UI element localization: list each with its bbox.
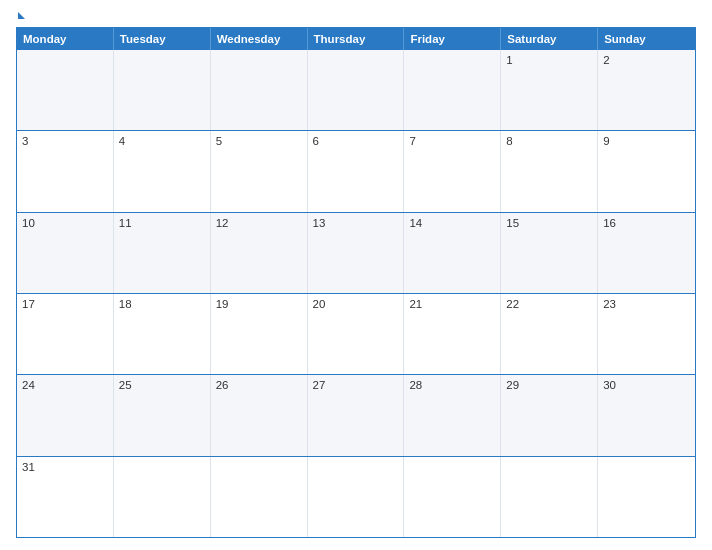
calendar-cell	[114, 50, 211, 130]
calendar-cell: 28	[404, 375, 501, 455]
day-number: 17	[22, 298, 35, 310]
day-number: 27	[313, 379, 326, 391]
calendar-page: Monday Tuesday Wednesday Thursday Friday…	[0, 0, 712, 550]
calendar-cell: 26	[211, 375, 308, 455]
logo-triangle-icon	[18, 12, 25, 19]
day-number: 23	[603, 298, 616, 310]
calendar-cell: 24	[17, 375, 114, 455]
day-number: 7	[409, 135, 415, 147]
calendar-cell: 11	[114, 213, 211, 293]
header-friday: Friday	[404, 28, 501, 50]
calendar-cell: 17	[17, 294, 114, 374]
day-number: 8	[506, 135, 512, 147]
day-number: 26	[216, 379, 229, 391]
day-number: 24	[22, 379, 35, 391]
calendar-cell	[211, 457, 308, 537]
day-number: 22	[506, 298, 519, 310]
day-number: 3	[22, 135, 28, 147]
calendar-cell: 20	[308, 294, 405, 374]
header-saturday: Saturday	[501, 28, 598, 50]
calendar-cell: 7	[404, 131, 501, 211]
calendar-cell: 6	[308, 131, 405, 211]
header-thursday: Thursday	[308, 28, 405, 50]
day-number: 20	[313, 298, 326, 310]
day-number: 29	[506, 379, 519, 391]
day-number: 31	[22, 461, 35, 473]
calendar-week: 3456789	[17, 130, 695, 211]
calendar-cell: 25	[114, 375, 211, 455]
calendar-cell: 13	[308, 213, 405, 293]
calendar-cell: 1	[501, 50, 598, 130]
day-number: 13	[313, 217, 326, 229]
calendar-cell	[501, 457, 598, 537]
logo	[16, 12, 25, 19]
calendar-cell: 14	[404, 213, 501, 293]
calendar-week: 10111213141516	[17, 212, 695, 293]
calendar-cell	[308, 457, 405, 537]
calendar-cell: 16	[598, 213, 695, 293]
day-number: 4	[119, 135, 125, 147]
header-tuesday: Tuesday	[114, 28, 211, 50]
calendar-cell: 10	[17, 213, 114, 293]
calendar-week: 24252627282930	[17, 374, 695, 455]
calendar-cell: 31	[17, 457, 114, 537]
calendar-cell	[404, 50, 501, 130]
day-number: 12	[216, 217, 229, 229]
header	[16, 12, 696, 19]
day-number: 1	[506, 54, 512, 66]
calendar-cell	[598, 457, 695, 537]
header-monday: Monday	[17, 28, 114, 50]
calendar-cell	[308, 50, 405, 130]
calendar-cell: 21	[404, 294, 501, 374]
day-number: 14	[409, 217, 422, 229]
header-sunday: Sunday	[598, 28, 695, 50]
calendar-cell	[404, 457, 501, 537]
calendar-cell: 3	[17, 131, 114, 211]
calendar-cell: 19	[211, 294, 308, 374]
day-number: 28	[409, 379, 422, 391]
calendar-grid: Monday Tuesday Wednesday Thursday Friday…	[16, 27, 696, 538]
day-number: 10	[22, 217, 35, 229]
calendar-cell	[17, 50, 114, 130]
calendar-cell: 4	[114, 131, 211, 211]
calendar-cell: 18	[114, 294, 211, 374]
calendar-week: 17181920212223	[17, 293, 695, 374]
calendar-cell: 8	[501, 131, 598, 211]
calendar-body: 1234567891011121314151617181920212223242…	[17, 50, 695, 537]
calendar-cell: 12	[211, 213, 308, 293]
calendar-cell: 5	[211, 131, 308, 211]
day-number: 6	[313, 135, 319, 147]
calendar-week: 12	[17, 50, 695, 130]
calendar-header: Monday Tuesday Wednesday Thursday Friday…	[17, 28, 695, 50]
calendar-cell: 23	[598, 294, 695, 374]
day-number: 25	[119, 379, 132, 391]
day-number: 30	[603, 379, 616, 391]
calendar-cell: 27	[308, 375, 405, 455]
day-number: 16	[603, 217, 616, 229]
calendar-week: 31	[17, 456, 695, 537]
day-number: 18	[119, 298, 132, 310]
calendar-cell: 22	[501, 294, 598, 374]
calendar-cell: 15	[501, 213, 598, 293]
day-number: 2	[603, 54, 609, 66]
calendar-cell: 2	[598, 50, 695, 130]
calendar-cell	[114, 457, 211, 537]
calendar-cell: 29	[501, 375, 598, 455]
day-number: 9	[603, 135, 609, 147]
logo-blue-text	[16, 12, 25, 19]
day-number: 5	[216, 135, 222, 147]
day-number: 15	[506, 217, 519, 229]
calendar-cell: 9	[598, 131, 695, 211]
day-number: 11	[119, 217, 132, 229]
day-number: 21	[409, 298, 422, 310]
header-wednesday: Wednesday	[211, 28, 308, 50]
day-number: 19	[216, 298, 229, 310]
calendar-cell	[211, 50, 308, 130]
calendar-cell: 30	[598, 375, 695, 455]
